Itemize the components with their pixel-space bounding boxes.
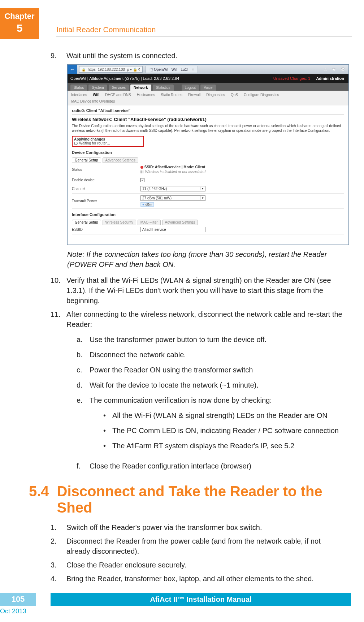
item-4: 4. Bring the Reader, transformer box, la…	[51, 574, 344, 584]
iface-config-tabs: General Setup Wireless Security MAC-Filt…	[72, 220, 344, 225]
iface-tab-wireless-security[interactable]: Wireless Security	[103, 220, 136, 225]
wireless-disabled-text: Wireless is disabled or not associated	[145, 170, 205, 174]
substep-b: b. Disconnect the network cable.	[66, 350, 344, 360]
chapter-subtitle: Initial Reader Communication	[56, 25, 352, 34]
footer-title: AfiAct II™ Installation Manual	[150, 595, 251, 604]
section-num: 5.4	[29, 483, 49, 500]
network-header: Wireless Network: Client "AfiactII-servi…	[72, 117, 344, 122]
substep-c: c. Power the Reader ON using the transfo…	[66, 365, 344, 375]
subtab-firewall[interactable]: Firewall	[188, 93, 200, 97]
row-enable-device: Enable device ✓	[72, 176, 344, 184]
tab-services[interactable]: Services	[109, 85, 129, 91]
tab-advanced-settings[interactable]: Advanced Settings	[103, 157, 138, 163]
browser-tab[interactable]: ⬚ OpenWrt - Wifi - LuCI ×	[146, 66, 198, 73]
gear-icon[interactable]: ⚙	[341, 67, 345, 72]
subtab-wifi[interactable]: Wifi	[93, 93, 99, 97]
luci-header: OpenWrt | Attitude Adjustment (r27575) |…	[68, 74, 348, 83]
essid-input[interactable]: AfiactII-service	[140, 227, 205, 232]
tab-status[interactable]: Status	[70, 85, 87, 91]
step-text: Wait until the system is connected.	[66, 51, 344, 61]
signal-icon	[140, 166, 143, 169]
step-text: After connecting to the wireless network…	[66, 309, 344, 329]
home-icon[interactable]: ⌂	[324, 67, 327, 72]
subtab-hostnames[interactable]: Hostnames	[137, 93, 155, 97]
lock-icon	[82, 68, 86, 72]
url-suffix: ρ ▾ 🔒 ¢	[127, 68, 140, 72]
applying-status: Waiting for router…	[79, 141, 110, 145]
iface-tab-advanced[interactable]: Advanced Settings	[162, 220, 198, 225]
luci-main-tabs: Status System Services Network Statistic…	[68, 83, 348, 91]
subtab-configdiag[interactable]: Configure Diagnostics	[244, 93, 279, 97]
tab-favicon: ⬚	[150, 68, 153, 72]
luci-sub-tabs: Interfaces Wifi DHCP and DNS Hostnames S…	[68, 91, 348, 99]
tab-logout[interactable]: Logout	[182, 85, 199, 91]
subtab-qos[interactable]: QoS	[231, 93, 238, 97]
tab-network[interactable]: Network	[130, 85, 151, 91]
applying-changes-box: Applying changes Waiting for router…	[72, 136, 144, 147]
row-channel: Channel 11 (2.462 GHz)	[72, 184, 344, 194]
chapter-subtitle-bar: Initial Reader Communication	[56, 25, 352, 36]
config-description: The Device Configuration section covers …	[72, 124, 344, 133]
section-5-4-heading: 5.4 Disconnect and Take the Reader to th…	[29, 483, 344, 516]
tx-power-label: Transmit Power	[72, 199, 140, 203]
star-icon[interactable]: ★	[332, 67, 336, 72]
page-content: 9. Wait until the system is connected. ←…	[51, 51, 344, 587]
administration-link[interactable]: Administration	[316, 76, 348, 81]
iface-config-header: Interface Configuration	[72, 212, 344, 218]
iface-tab-general[interactable]: General Setup	[72, 220, 101, 225]
step-11: 11. After connecting to the wireless net…	[51, 309, 344, 476]
browser-tab-title: OpenWrt - Wifi - LuCI	[154, 68, 188, 72]
row-status: Status SSID: AfiactII-service | Mode: Cl…	[72, 163, 344, 176]
tab-general-setup[interactable]: General Setup	[72, 157, 101, 163]
connection-note: Note: If the connection takes too long (…	[67, 249, 344, 269]
spinner-icon	[74, 142, 78, 145]
chapter-tab: Chapter 5	[0, 8, 39, 39]
page-number: 105	[0, 593, 36, 606]
device-config-header: Device Configuration	[72, 150, 344, 156]
step-num: 10.	[51, 275, 61, 306]
item-3: 3. Close the Reader enclosure securely.	[51, 560, 344, 570]
step-10: 10. Verify that all the Wi-Fi LEDs (WLAN…	[51, 275, 344, 306]
unsaved-changes-link[interactable]: Unsaved Changes: 1	[273, 76, 316, 81]
luci-title: OpenWrt | Attitude Adjustment (r27575) |…	[68, 76, 179, 81]
enable-device-checkbox[interactable]: ✓	[140, 178, 144, 182]
radio-header: radio0: Client "AfiactII-service"	[72, 108, 344, 115]
embedded-screenshot: ← https 192.188.222.100 ρ ▾ 🔒 ¢ ⬚ OpenWr…	[67, 64, 349, 245]
substep-a: a. Use the transformer power button to t…	[66, 334, 344, 345]
bullet: • The AfiFarm RT system displays the Rea…	[103, 441, 344, 451]
bullet: • All the Wi-Fi (WLAN & signal strength)…	[103, 410, 344, 420]
close-tab-icon[interactable]: ×	[192, 68, 194, 72]
row-transmit-power: Transmit Power 27 dBm (501 mW) dBm	[72, 194, 344, 209]
signal-bars-icon	[140, 170, 144, 173]
channel-select[interactable]: 11 (2.462 GHz)	[140, 186, 205, 191]
subtab-diagnostics[interactable]: Diagnostics	[206, 93, 225, 97]
item-1: 1. Switch off the Reader's power via the…	[51, 522, 344, 532]
step-num: 11.	[51, 309, 61, 476]
step-num: 9.	[51, 51, 61, 61]
substep-e: e. The communication verification is now…	[66, 395, 344, 456]
substep-f: f. Close the Reader configuration interf…	[66, 461, 344, 471]
chapter-label: Chapter	[0, 12, 39, 21]
enable-device-label: Enable device	[72, 178, 140, 182]
bullet-icon: •	[103, 410, 106, 420]
url-host: 192.188.222.100	[98, 68, 125, 72]
section-title: Disconnect and Take the Reader to the Sh…	[57, 483, 344, 516]
footer-date: Oct 2013	[0, 608, 26, 615]
subtab-interfaces[interactable]: Interfaces	[71, 93, 87, 97]
page-footer: 105 AfiAct II™ Installation Manual Oct 2…	[0, 589, 364, 606]
dbm-pill: dBm	[140, 202, 154, 207]
applying-title: Applying changes	[74, 137, 142, 141]
back-button-icon[interactable]: ←	[68, 65, 77, 74]
chapter-number: 5	[0, 22, 39, 35]
bullet-icon: •	[103, 441, 106, 451]
tab-system[interactable]: System	[88, 85, 107, 91]
tab-statistics[interactable]: Statistics	[153, 85, 174, 91]
tab-voice[interactable]: Voice	[200, 85, 216, 91]
iface-tab-mac-filter[interactable]: MAC-Filter	[138, 220, 161, 225]
subtab-dhcp[interactable]: DHCP and DNS	[105, 93, 131, 97]
item-2: 2. Disconnect the Reader from the power …	[51, 536, 344, 556]
subtab-staticroutes[interactable]: Static Routes	[161, 93, 182, 97]
address-bar[interactable]: https 192.188.222.100 ρ ▾ 🔒 ¢	[79, 66, 143, 73]
footer-title-bar: AfiAct II™ Installation Manual	[51, 593, 351, 606]
tx-power-select[interactable]: 27 dBm (501 mW)	[140, 195, 205, 201]
